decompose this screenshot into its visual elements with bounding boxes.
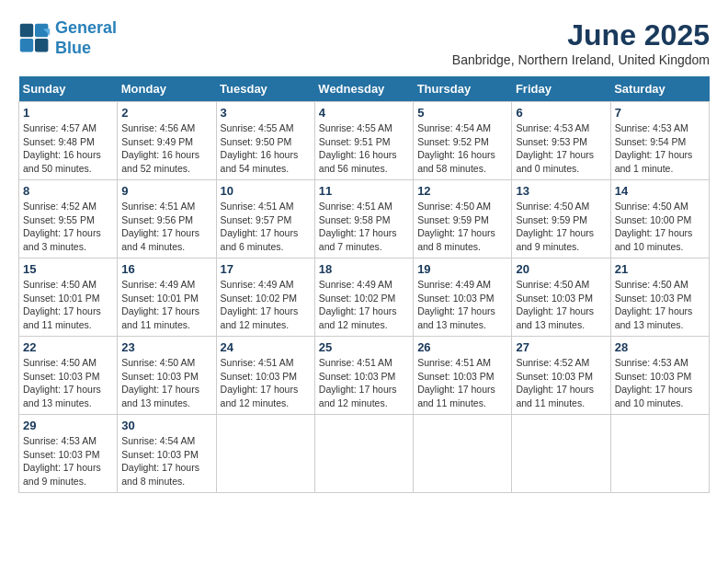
day-number: 16	[121, 262, 211, 276]
day-info: Sunrise: 4:50 AMSunset: 9:59 PMDaylight:…	[516, 200, 606, 254]
day-number: 28	[615, 340, 705, 354]
day-cell-23: 23Sunrise: 4:50 AMSunset: 10:03 PMDaylig…	[118, 337, 216, 415]
week-row-3: 15Sunrise: 4:50 AMSunset: 10:01 PMDaylig…	[19, 259, 710, 337]
svg-rect-0	[20, 23, 33, 36]
day-cell-25: 25Sunrise: 4:51 AMSunset: 10:03 PMDaylig…	[314, 337, 413, 415]
day-cell-2: 2Sunrise: 4:56 AMSunset: 9:49 PMDaylight…	[118, 102, 216, 180]
day-number: 29	[23, 419, 113, 432]
day-info: Sunrise: 4:50 AMSunset: 10:00 PMDaylight…	[615, 200, 705, 254]
day-cell-5: 5Sunrise: 4:54 AMSunset: 9:52 PMDaylight…	[414, 102, 512, 180]
week-row-1: 1Sunrise: 4:57 AMSunset: 9:48 PMDaylight…	[19, 102, 710, 180]
calendar-header-row: SundayMondayTuesdayWednesdayThursdayFrid…	[19, 76, 710, 102]
day-number: 5	[417, 106, 507, 120]
day-number: 18	[319, 262, 409, 276]
day-cell-30: 30Sunrise: 4:54 AMSunset: 10:03 PMDaylig…	[118, 415, 216, 493]
day-cell-9: 9Sunrise: 4:51 AMSunset: 9:56 PMDaylight…	[118, 180, 216, 259]
page-subtitle: Banbridge, Northern Ireland, United King…	[452, 52, 710, 67]
day-info: Sunrise: 4:51 AMSunset: 10:03 PMDaylight…	[319, 356, 409, 410]
day-cell-29: 29Sunrise: 4:53 AMSunset: 10:03 PMDaylig…	[19, 415, 118, 493]
day-number: 12	[417, 184, 507, 198]
col-header-sunday: Sunday	[19, 76, 118, 102]
day-info: Sunrise: 4:49 AMSunset: 10:02 PMDaylight…	[319, 278, 409, 332]
day-info: Sunrise: 4:51 AMSunset: 10:03 PMDaylight…	[417, 356, 507, 410]
day-info: Sunrise: 4:50 AMSunset: 10:01 PMDaylight…	[23, 278, 113, 332]
empty-cell	[414, 415, 512, 493]
day-number: 1	[23, 106, 113, 120]
day-number: 10	[221, 184, 311, 198]
day-info: Sunrise: 4:49 AMSunset: 10:02 PMDaylight…	[221, 278, 311, 332]
empty-cell	[512, 415, 610, 493]
day-info: Sunrise: 4:53 AMSunset: 9:53 PMDaylight:…	[516, 121, 606, 176]
day-number: 23	[121, 340, 211, 354]
day-info: Sunrise: 4:50 AMSunset: 10:03 PMDaylight…	[23, 356, 113, 410]
empty-cell	[216, 415, 314, 493]
logo-line2: Blue	[55, 39, 91, 57]
day-cell-19: 19Sunrise: 4:49 AMSunset: 10:03 PMDaylig…	[414, 259, 512, 337]
day-info: Sunrise: 4:57 AMSunset: 9:48 PMDaylight:…	[23, 121, 113, 176]
day-cell-12: 12Sunrise: 4:50 AMSunset: 9:59 PMDayligh…	[414, 180, 512, 259]
col-header-thursday: Thursday	[414, 76, 512, 102]
day-number: 24	[221, 340, 311, 354]
day-info: Sunrise: 4:51 AMSunset: 9:57 PMDaylight:…	[221, 200, 311, 254]
col-header-friday: Friday	[512, 76, 610, 102]
day-info: Sunrise: 4:55 AMSunset: 9:51 PMDaylight:…	[319, 121, 409, 176]
day-number: 13	[516, 184, 606, 198]
day-cell-15: 15Sunrise: 4:50 AMSunset: 10:01 PMDaylig…	[19, 259, 118, 337]
day-cell-18: 18Sunrise: 4:49 AMSunset: 10:02 PMDaylig…	[314, 259, 413, 337]
week-row-4: 22Sunrise: 4:50 AMSunset: 10:03 PMDaylig…	[19, 337, 710, 415]
day-number: 21	[615, 262, 705, 276]
day-info: Sunrise: 4:52 AMSunset: 9:55 PMDaylight:…	[23, 200, 113, 254]
day-info: Sunrise: 4:51 AMSunset: 10:03 PMDaylight…	[221, 356, 311, 410]
day-cell-7: 7Sunrise: 4:53 AMSunset: 9:54 PMDaylight…	[610, 102, 709, 180]
day-number: 20	[516, 262, 606, 276]
day-number: 11	[319, 184, 409, 198]
day-number: 4	[319, 106, 409, 120]
day-number: 3	[221, 106, 311, 120]
day-cell-4: 4Sunrise: 4:55 AMSunset: 9:51 PMDaylight…	[314, 102, 413, 180]
day-info: Sunrise: 4:52 AMSunset: 10:03 PMDaylight…	[516, 356, 606, 410]
day-info: Sunrise: 4:51 AMSunset: 9:56 PMDaylight:…	[121, 200, 211, 254]
day-cell-10: 10Sunrise: 4:51 AMSunset: 9:57 PMDayligh…	[216, 180, 314, 259]
day-info: Sunrise: 4:54 AMSunset: 9:52 PMDaylight:…	[417, 121, 507, 176]
day-number: 7	[615, 106, 705, 120]
svg-rect-2	[20, 39, 33, 52]
col-header-saturday: Saturday	[610, 76, 709, 102]
day-cell-17: 17Sunrise: 4:49 AMSunset: 10:02 PMDaylig…	[216, 259, 314, 337]
day-number: 15	[23, 262, 113, 276]
day-cell-11: 11Sunrise: 4:51 AMSunset: 9:58 PMDayligh…	[314, 180, 413, 259]
week-row-5: 29Sunrise: 4:53 AMSunset: 10:03 PMDaylig…	[19, 415, 710, 493]
day-info: Sunrise: 4:49 AMSunset: 10:03 PMDaylight…	[417, 278, 507, 332]
day-cell-1: 1Sunrise: 4:57 AMSunset: 9:48 PMDaylight…	[19, 102, 118, 180]
logo-text: General Blue	[55, 18, 117, 58]
day-cell-16: 16Sunrise: 4:49 AMSunset: 10:01 PMDaylig…	[118, 259, 216, 337]
day-info: Sunrise: 4:56 AMSunset: 9:49 PMDaylight:…	[121, 121, 211, 176]
title-block: June 2025 Banbridge, Northern Ireland, U…	[452, 18, 710, 67]
empty-cell	[314, 415, 413, 493]
col-header-wednesday: Wednesday	[314, 76, 413, 102]
day-cell-26: 26Sunrise: 4:51 AMSunset: 10:03 PMDaylig…	[414, 337, 512, 415]
col-header-monday: Monday	[118, 76, 216, 102]
day-cell-13: 13Sunrise: 4:50 AMSunset: 9:59 PMDayligh…	[512, 180, 610, 259]
day-info: Sunrise: 4:50 AMSunset: 10:03 PMDaylight…	[615, 278, 705, 332]
day-number: 25	[319, 340, 409, 354]
svg-rect-3	[35, 39, 48, 52]
week-row-2: 8Sunrise: 4:52 AMSunset: 9:55 PMDaylight…	[19, 180, 710, 259]
day-cell-28: 28Sunrise: 4:53 AMSunset: 10:03 PMDaylig…	[610, 337, 709, 415]
day-cell-27: 27Sunrise: 4:52 AMSunset: 10:03 PMDaylig…	[512, 337, 610, 415]
day-number: 22	[23, 340, 113, 354]
day-cell-8: 8Sunrise: 4:52 AMSunset: 9:55 PMDaylight…	[19, 180, 118, 259]
day-info: Sunrise: 4:53 AMSunset: 10:03 PMDaylight…	[23, 434, 113, 488]
day-cell-24: 24Sunrise: 4:51 AMSunset: 10:03 PMDaylig…	[216, 337, 314, 415]
day-info: Sunrise: 4:53 AMSunset: 9:54 PMDaylight:…	[615, 121, 705, 176]
day-info: Sunrise: 4:50 AMSunset: 9:59 PMDaylight:…	[417, 200, 507, 254]
day-number: 8	[23, 184, 113, 198]
day-number: 14	[615, 184, 705, 198]
day-info: Sunrise: 4:53 AMSunset: 10:03 PMDaylight…	[615, 356, 705, 410]
day-cell-21: 21Sunrise: 4:50 AMSunset: 10:03 PMDaylig…	[610, 259, 709, 337]
logo: General Blue	[18, 18, 117, 58]
day-info: Sunrise: 4:50 AMSunset: 10:03 PMDaylight…	[516, 278, 606, 332]
day-number: 2	[121, 106, 211, 120]
logo-line1: General	[55, 18, 117, 37]
day-number: 17	[221, 262, 311, 276]
day-info: Sunrise: 4:51 AMSunset: 9:58 PMDaylight:…	[319, 200, 409, 254]
